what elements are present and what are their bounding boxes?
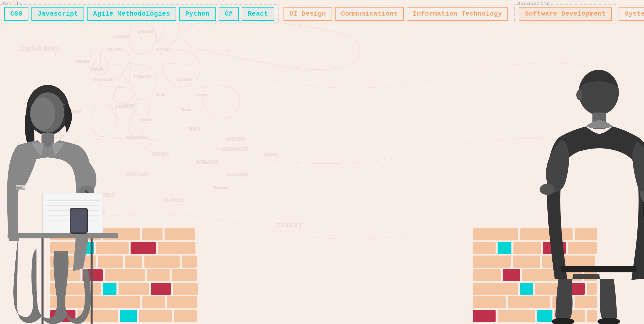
svg-text:T U R K E Y: T U R K E Y xyxy=(277,222,302,228)
tag-css[interactable]: CSS xyxy=(4,7,28,21)
svg-text:NORWAY: NORWAY xyxy=(138,29,154,33)
svg-rect-102 xyxy=(142,296,165,308)
svg-text:SWEDEN: SWEDEN xyxy=(113,34,129,39)
tag-python[interactable]: Python xyxy=(179,7,216,21)
svg-text:The Neth.: The Neth. xyxy=(108,47,122,51)
svg-rect-62 xyxy=(16,185,25,187)
svg-rect-136 xyxy=(473,310,496,322)
svg-rect-108 xyxy=(174,310,197,322)
svg-text:Berlin: Berlin xyxy=(156,93,165,96)
tag-systems-admin[interactable]: Systems Administra xyxy=(619,7,644,21)
svg-rect-99 xyxy=(173,283,198,295)
tag-javascript[interactable]: Javascript xyxy=(31,7,84,21)
svg-rect-63 xyxy=(16,188,25,190)
svg-rect-88 xyxy=(144,256,180,268)
svg-rect-66 xyxy=(71,209,87,232)
tag-software-development[interactable]: Software Development xyxy=(519,7,612,21)
svg-rect-103 xyxy=(167,296,197,308)
svg-text:Bucharest: Bucharest xyxy=(214,186,228,190)
occupation-group: Occupation Software Development xyxy=(514,4,616,23)
tag-ui-design[interactable]: UI Design xyxy=(284,7,332,21)
svg-point-49 xyxy=(30,97,55,130)
tag-csharp[interactable]: C# xyxy=(219,7,239,21)
svg-rect-122 xyxy=(473,269,501,281)
skills-tags: CSS Javascript Agile Methodologies Pytho… xyxy=(3,7,276,21)
svg-rect-84 xyxy=(158,242,195,254)
svg-text:AUSTRIA: AUSTRIA xyxy=(176,77,192,81)
tag-bar: Skills CSS Javascript Agile Methodologie… xyxy=(0,0,644,28)
svg-text:English Miles: English Miles xyxy=(20,44,59,52)
svg-rect-64 xyxy=(8,233,118,238)
skills-group: Skills CSS Javascript Agile Methodologie… xyxy=(0,4,278,23)
svg-rect-107 xyxy=(139,310,172,322)
svg-rect-83 xyxy=(131,242,156,254)
svg-text:GERMANY: GERMANY xyxy=(133,75,152,79)
svg-rect-89 xyxy=(182,256,197,268)
svg-rect-79 xyxy=(165,228,195,240)
svg-text:FINLAND: FINLAND xyxy=(156,47,171,51)
occupation-label: Occupation xyxy=(517,1,550,7)
svg-point-73 xyxy=(552,318,574,324)
svg-rect-113 xyxy=(473,242,496,254)
skills-label: Skills xyxy=(3,1,22,7)
tag-information-technology[interactable]: Information Technology xyxy=(407,7,508,21)
svg-rect-60 xyxy=(42,236,44,324)
svg-text:ITALY: ITALY xyxy=(188,127,200,132)
occupation-tags: Software Development xyxy=(517,7,613,21)
svg-text:BULGARIA: BULGARIA xyxy=(226,172,248,177)
svg-text:Warsaw: Warsaw xyxy=(196,93,208,96)
svg-text:AUSTRO: AUSTRO xyxy=(226,136,245,142)
svg-text:ROMANIA: ROMANIA xyxy=(196,159,219,165)
svg-rect-61 xyxy=(91,236,93,324)
svg-text:Munich: Munich xyxy=(141,118,152,122)
svg-rect-93 xyxy=(147,269,170,281)
person-left xyxy=(0,60,131,324)
tag-react[interactable]: React xyxy=(242,7,274,21)
svg-text:RUSSIA: RUSSIA xyxy=(264,153,277,157)
person-right xyxy=(503,47,644,324)
svg-text:Vienna: Vienna xyxy=(181,108,191,112)
svg-text:SERBIA: SERBIA xyxy=(151,151,169,157)
svg-text:MONARCHY: MONARCHY xyxy=(221,147,249,152)
svg-rect-132 xyxy=(473,296,506,308)
svg-point-74 xyxy=(597,318,620,324)
svg-point-68 xyxy=(576,90,582,100)
svg-text:TURKEY: TURKEY xyxy=(164,196,185,203)
tag-communications[interactable]: Communications xyxy=(335,7,404,21)
svg-rect-98 xyxy=(151,283,171,295)
tag-agile[interactable]: Agile Methodologies xyxy=(87,7,176,21)
svg-rect-94 xyxy=(172,269,197,281)
svg-point-72 xyxy=(540,184,555,195)
svg-rect-78 xyxy=(142,228,163,240)
svg-rect-75 xyxy=(561,266,636,272)
